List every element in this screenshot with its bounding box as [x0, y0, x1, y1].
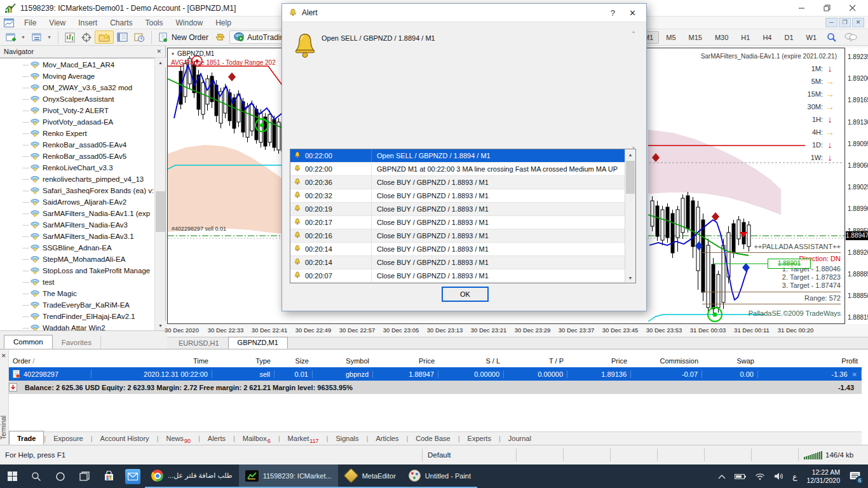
menu-item-window[interactable]: Window [170, 17, 210, 29]
navigator-scrollbar[interactable]: ▲ ▼ [154, 58, 165, 330]
navigator-item[interactable]: The Magic [0, 288, 155, 299]
chart-symbol-label[interactable]: ▼GBPNZD,M1 [171, 50, 214, 57]
restore-icon[interactable] [816, 1, 837, 15]
navigator-item[interactable]: OnyxScalperAssistant [0, 93, 155, 105]
timeframe-button-h4[interactable]: H4 [757, 31, 777, 44]
close-position-icon[interactable]: ✕ [852, 371, 857, 378]
new-chart-button[interactable]: ▼ [3, 31, 29, 44]
clock[interactable]: 12:22 AM 12/31/2020 [801, 468, 845, 485]
language-indicator[interactable]: ع [788, 464, 801, 488]
zoom-icon[interactable] [824, 31, 840, 44]
mail-icon[interactable] [121, 464, 145, 488]
notification-center-icon[interactable]: 6 [845, 464, 868, 488]
navigator-item[interactable]: RenkoBar_assad05-EAv5 [0, 151, 155, 162]
navigator-item[interactable]: OM_2WAY_v3.6_sa32 mod [0, 82, 155, 93]
terminal-tab-alerts[interactable]: Alerts [200, 433, 233, 444]
strategy-tester-button[interactable] [131, 31, 148, 44]
taskbar-task-mt4[interactable]: 11598239: ICMarket... [239, 464, 338, 488]
price-axis[interactable]: 1.892351.892001.891651.891301.890951.890… [846, 48, 868, 324]
menu-item-tools[interactable]: Tools [139, 17, 170, 29]
timeframe-button-m15[interactable]: M15 [683, 31, 708, 44]
navigator-item[interactable]: SarMAFilters_Nadia-EAv3 [0, 219, 155, 231]
scroll-thumb[interactable] [626, 161, 635, 194]
scroll-up-icon[interactable]: ▲ [625, 149, 635, 159]
ok-button[interactable]: OK [442, 287, 489, 302]
alert-row[interactable]: 00:20:19Close BUY / GBPNZD / 1.8893 / M1 [290, 203, 625, 216]
navigator-item[interactable]: PivotVoty_adasad-EA [0, 116, 155, 128]
column-header-swap[interactable]: Swap [702, 357, 758, 365]
close-icon[interactable] [841, 1, 863, 15]
navigator-item[interactable]: RenkoLiveChart_v3.3 [0, 162, 155, 173]
terminal-tab-journal[interactable]: Journal [501, 433, 539, 444]
column-header-tp[interactable]: T / P [504, 357, 567, 365]
navigator-tab-favorites[interactable]: Favorites [53, 336, 101, 349]
dropdown-arrow-icon[interactable]: ▼ [21, 35, 25, 39]
task-view-icon[interactable] [72, 464, 97, 488]
crosshair-button[interactable] [78, 31, 95, 44]
alert-row[interactable]: 00:20:14Close BUY / GBPNZD / 1.8893 / M1 [290, 256, 625, 269]
tray-chevron-icon[interactable] [714, 464, 730, 488]
child-restore-icon[interactable]: ❐ [839, 18, 851, 27]
navigator-item[interactable]: SarMAFilters_Nadia-EAv3.1 [0, 231, 155, 242]
navigator-item[interactable]: Mov_Macd_EA1_AR4 [0, 59, 155, 71]
column-header-order[interactable]: Order / [9, 357, 92, 365]
navigator-item[interactable]: TrendFinder_ElHajaj-EAv2.1 [0, 311, 155, 322]
navigator-item[interactable]: SarMAFilters_Nadia-EAv1.1 (exp [0, 208, 155, 219]
scroll-down-icon[interactable]: ▼ [625, 273, 635, 283]
column-header-symbol[interactable]: Symbol [313, 357, 373, 365]
alert-row[interactable]: 00:20:32Close BUY / GBPNZD / 1.8893 / M1 [290, 189, 625, 203]
menu-item-help[interactable]: Help [209, 17, 238, 29]
alert-dialog-titlebar[interactable]: Alert ? ✕ [282, 4, 646, 22]
column-header-price[interactable]: Price [373, 357, 438, 365]
volume-icon[interactable] [770, 464, 788, 488]
terminal-tab-exposure[interactable]: Exposure [46, 433, 90, 444]
column-header-time[interactable]: Time [92, 357, 212, 365]
dialog-close-icon[interactable]: ✕ [625, 8, 640, 18]
wifi-icon[interactable] [750, 464, 770, 488]
scroll-thumb[interactable] [156, 191, 165, 232]
alert-row[interactable]: 00:22:00Open SELL / GBPNZD / 1.8894 / M1 [290, 149, 625, 163]
column-header-commission[interactable]: Commission [631, 357, 702, 365]
column-header-size[interactable]: Size [275, 357, 313, 365]
terminal-tab-news[interactable]: News90 [158, 433, 198, 444]
navigator-tab-common[interactable]: Common [4, 335, 53, 349]
taskbar-task-paint[interactable]: Untitled - Paint [402, 464, 477, 488]
navigator-item[interactable]: Pivot_Voty-2 ALERT [0, 105, 155, 116]
timeframe-button-h1[interactable]: H1 [735, 31, 756, 44]
data-window-button[interactable] [114, 31, 131, 43]
battery-icon[interactable] [730, 464, 750, 488]
navigator-item[interactable]: Safari_3asheqForex Bands (ea) v: [0, 185, 155, 196]
connection-status[interactable]: 146/4 kb [798, 449, 868, 461]
navigator-item[interactable]: RenkoBar_assad05-EAv4 [0, 139, 155, 151]
cortana-icon[interactable] [48, 464, 72, 488]
chart-tab-gbpnzd-m1[interactable]: GBPNZD,M1 [228, 337, 288, 349]
message-scrollbar[interactable]: ▲▼ [630, 29, 637, 150]
child-close-icon[interactable]: ✕ [852, 18, 864, 27]
terminal-tab-signals[interactable]: Signals [328, 433, 366, 444]
terminal-tab-account-history[interactable]: Account History [93, 433, 157, 444]
scroll-up-icon[interactable]: ▲ [155, 58, 166, 67]
alert-row[interactable]: 00:20:16Close BUY / GBPNZD / 1.8893 / M1 [290, 229, 625, 243]
child-minimize-icon[interactable]: ─ [825, 18, 837, 27]
column-header-type[interactable]: Type [212, 357, 275, 365]
navigator-item[interactable]: test [0, 276, 155, 288]
column-header-profit[interactable]: Profit [758, 357, 862, 365]
terminal-close-icon[interactable]: ✕ [1, 353, 6, 359]
navigator-item[interactable]: StopLoss and TakeProfit Manage [0, 265, 155, 276]
tick-chart-button[interactable] [62, 31, 78, 44]
navigator-item[interactable]: Renko Expert [0, 128, 155, 139]
timeframe-button-d1[interactable]: D1 [778, 31, 799, 44]
alert-row[interactable]: 00:20:07Close BUY / GBPNZD / 1.8893 / M1 [290, 269, 625, 283]
collapse-triangle-icon[interactable]: ▼ [171, 52, 175, 56]
chart-tab-eurusd-h1[interactable]: EURUSD,H1 [170, 338, 228, 349]
navigator-item[interactable]: StepMA_MohamadAli-EA [0, 254, 155, 265]
taskbar-task-metaeditor[interactable]: MetaEditor [338, 464, 402, 488]
start-button[interactable] [0, 464, 24, 488]
store-icon[interactable] [97, 464, 121, 488]
search-icon[interactable] [24, 464, 48, 488]
scroll-up-icon[interactable]: ▲ [630, 29, 637, 34]
column-header-sl[interactable]: S / L [438, 357, 504, 365]
alert-row[interactable]: 00:20:36Close BUY / GBPNZD / 1.8893 / M1 [290, 176, 625, 189]
alert-list-scrollbar[interactable]: ▲ ▼ [625, 149, 635, 283]
menu-item-view[interactable]: View [43, 17, 72, 29]
